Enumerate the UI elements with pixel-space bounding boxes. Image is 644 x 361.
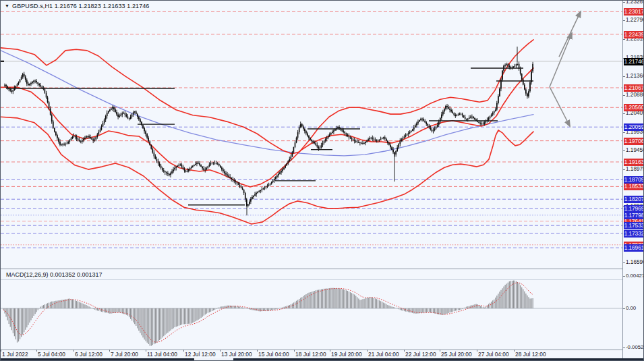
ohlc-toggle-icon[interactable]: ▼	[5, 3, 9, 8]
price-level-tag: 1.23017	[624, 8, 644, 16]
axis-tick-label: 1.20880	[626, 92, 644, 99]
time-axis-label: 21 Jul 04:00	[368, 351, 399, 358]
current-price-tag: 1.21746	[624, 58, 644, 65]
axis-tick-label: 1.21360	[626, 73, 644, 80]
macd-histogram	[3, 281, 533, 346]
time-axis-label: 12 Jul 12:00	[185, 351, 216, 358]
time-axis-label: 13 Jul 20:00	[221, 351, 252, 358]
price-level-tag: 1.18533	[624, 183, 644, 190]
indicator-curve	[1, 40, 533, 154]
time-axis-label: 6 Jul 12:00	[75, 351, 103, 358]
time-axis-label: 27 Jul 04:00	[478, 351, 509, 358]
axis-tick-label: 1.18975	[626, 166, 644, 173]
chart-window: ▼GBPUSD.s,H1 1.21676 1.21823 1.21633 1.2…	[0, 0, 644, 361]
price-level-tag: 1.22439	[624, 31, 644, 38]
symbol-ohlc-text: GBPUSD.s,H1 1.21676 1.21823 1.21633 1.21…	[12, 3, 149, 9]
axis-tick-label: 1.16590	[626, 259, 644, 266]
macd-indicator-label: MACD(12,26,9) 0.001352 0.001317	[6, 271, 103, 278]
time-axis-label: 5 Jul 04:00	[38, 351, 65, 358]
current-price-left-tick	[1, 61, 4, 62]
time-axis-label: 18 Jul 12:00	[295, 351, 326, 358]
price-level-tag: 1.16961	[624, 244, 644, 252]
time-axis[interactable]: 1 Jul 20225 Jul 04:006 Jul 12:007 Jul 20…	[1, 350, 622, 358]
projection-arrow[interactable]	[550, 33, 572, 87]
price-level-tag: 1.18207	[624, 196, 644, 203]
horizontal-scrollbar[interactable]	[1, 358, 644, 361]
price-level-tag: 1.17798	[624, 212, 644, 219]
projection-arrow[interactable]	[550, 87, 570, 126]
price-level-tag: 1.17332	[624, 230, 644, 238]
indicator-curve	[1, 68, 533, 187]
price-level-tag: 1.21067	[624, 84, 644, 92]
price-level-tag: 1.20059	[624, 123, 644, 131]
main-chart-panel[interactable]	[1, 1, 622, 269]
time-axis-label: 19 Jul 20:00	[331, 351, 362, 358]
panel-separator[interactable]	[1, 269, 622, 269]
time-axis-label: 11 Jul 04:00	[147, 351, 177, 358]
time-axis-label: 15 Jul 04:00	[258, 351, 289, 358]
time-axis-label: 1 Jul 2022	[2, 351, 28, 358]
axis-tick-label: 1.23265	[626, 0, 644, 5]
price-level-tag: 1.18709	[624, 176, 644, 184]
macd-axis-label: -0.005202	[626, 344, 644, 351]
macd-axis-label: 0.00427	[626, 273, 644, 279]
time-axis-label: 28 Jul 12:00	[515, 351, 546, 358]
scrollbar-gap	[194, 358, 233, 361]
price-level-tag: 1.19706	[624, 138, 644, 145]
time-axis-label: 22 Jul 12:00	[405, 351, 436, 358]
price-axis[interactable]: 1.232651.227901.223101.218351.213601.208…	[622, 1, 644, 358]
price-level-tag: 1.19163	[624, 159, 644, 166]
macd-axis-label: 0.00	[626, 305, 636, 312]
macd-label-divider	[1, 279, 622, 280]
price-level-tag: 1.20560	[624, 104, 644, 111]
macd-signal-line	[3, 283, 533, 342]
candlesticks	[4, 47, 533, 215]
macd-panel[interactable]	[1, 270, 622, 350]
price-level-tag: 1.17533	[624, 222, 644, 229]
time-axis-label: 7 Jul 20:00	[111, 351, 138, 358]
chart-title: ▼GBPUSD.s,H1 1.21676 1.21823 1.21633 1.2…	[5, 3, 149, 9]
axis-tick-label: 1.22790	[626, 17, 644, 24]
axis-tick-label: 1.19450	[626, 147, 644, 154]
time-axis-label: 25 Jul 20:00	[441, 351, 472, 358]
